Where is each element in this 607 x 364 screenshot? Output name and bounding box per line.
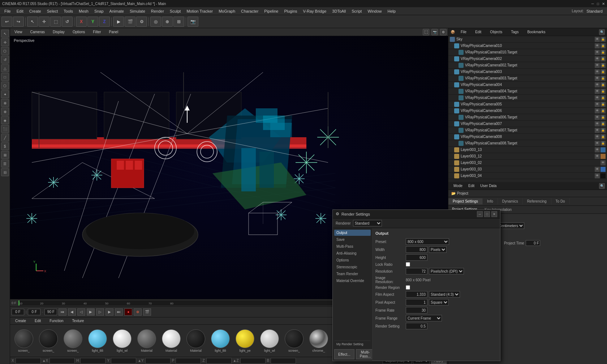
obj-row-cam005t[interactable]: VRayPhysicalCamera005.Target 👁 🔒 [448, 95, 607, 101]
obj-row-cam006[interactable]: VRayPhysicalCamera006 👁 🔒 [448, 108, 607, 114]
lock-ratio-checkbox[interactable] [406, 262, 410, 266]
obj-vis-layer13[interactable]: 👁 [595, 147, 600, 152]
obj-file-menu[interactable]: File [458, 29, 469, 35]
mat-texture-menu[interactable]: Texture [69, 318, 87, 324]
tab-referencing[interactable]: Referencing [523, 198, 551, 204]
obj-lock-cam003[interactable]: 🔒 [600, 69, 606, 74]
left-scale[interactable]: ⬡ [1, 47, 9, 55]
obj-row-cam003[interactable]: VRayPhysicalCamera003 👁 🔒 [448, 69, 607, 75]
psr-x-rot[interactable]: -1.016 ° [80, 358, 106, 364]
left-t2[interactable]: □ [1, 73, 9, 81]
menu-select[interactable]: Select [44, 8, 61, 14]
left-rotate[interactable]: ↺ [1, 56, 9, 64]
window-controls[interactable]: ─ □ ✕ [591, 2, 605, 6]
obj-lock-cam008t[interactable]: 🔒 [600, 141, 606, 146]
props-userdata-menu[interactable]: User Data [477, 183, 499, 188]
obj-lock-cam010[interactable]: 🔒 [600, 43, 606, 48]
obj-vis-cam004t[interactable]: 👁 [595, 89, 600, 94]
scale-tool[interactable]: ⬚ [50, 17, 61, 27]
yaxis-btn[interactable]: Y [87, 17, 98, 27]
renderer-select[interactable]: Standard Physical [353, 220, 382, 226]
obj-vis-layer04[interactable]: 👁 [595, 173, 600, 178]
obj-vis-cam005t[interactable]: 👁 [595, 95, 600, 100]
effect-btn[interactable]: Effect... [334, 349, 354, 359]
pixel-aspect-input[interactable] [406, 299, 427, 306]
obj-row-cam008t[interactable]: VRayPhysicalCamera008.Target 👁 🔒 [448, 140, 607, 147]
multi-pass-btn[interactable]: Multi-Pass... [356, 349, 373, 359]
obj-row-layer04[interactable]: Layer003_04 👁 [448, 173, 607, 179]
layout-select[interactable]: Standard [584, 8, 606, 14]
obj-row-layer12[interactable]: Layer003_12 👁 [448, 153, 607, 160]
viewport-solo[interactable]: ◎ [150, 17, 161, 27]
obj-lock-cam005[interactable]: 🔒 [600, 102, 606, 107]
psr-x-size[interactable]: 0 cm [49, 358, 75, 364]
obj-row-cam004t[interactable]: VRayPhysicalCamera004.Target 👁 🔒 [448, 88, 607, 95]
menu-character[interactable]: Character [238, 8, 261, 14]
next-key-btn[interactable]: ▶ [106, 308, 113, 316]
mat-function-menu[interactable]: Function [47, 318, 66, 324]
view-menu[interactable]: View [12, 29, 25, 35]
menu-help[interactable]: Help [385, 8, 399, 14]
obj-vis-cam008t[interactable]: 👁 [595, 141, 600, 146]
obj-vis-cam005[interactable]: 👁 [595, 102, 600, 107]
psr-z-rot[interactable]: 0.514 ° [271, 358, 296, 364]
obj-vis-cam002[interactable]: 👁 [595, 56, 600, 61]
rs-minimize[interactable]: ─ [477, 211, 483, 217]
undo-btn[interactable]: ↩ [1, 17, 12, 27]
frame-start-input[interactable] [28, 309, 40, 315]
menu-tools[interactable]: Tools [61, 8, 76, 14]
obj-row-cam007t[interactable]: VRayPhysicalCamera007.Target 👁 🔒 [448, 127, 607, 134]
obj-lock-cam004[interactable]: 🔒 [600, 82, 606, 87]
material-item-11[interactable]: screen_ [282, 329, 306, 352]
obj-lock-cam010t[interactable]: 🔒 [600, 50, 606, 55]
cameras-menu[interactable]: Cameras [27, 29, 48, 35]
obj-vis-cam007[interactable]: 👁 [595, 121, 600, 126]
obj-objects-menu[interactable]: Objects [487, 29, 505, 35]
material-item-12[interactable]: chrome_ [306, 329, 331, 352]
tab-dynamics[interactable]: Dynamics [498, 198, 523, 204]
options-menu[interactable]: Options [70, 29, 88, 35]
obj-row-cam006t[interactable]: VRayPhysicalCamera006.Target 👁 🔒 [448, 114, 607, 121]
play-btn[interactable]: ▶ [87, 308, 95, 316]
obj-lock-cam007t[interactable]: 🔒 [600, 128, 606, 133]
prev-key-btn[interactable]: ◀ [68, 308, 76, 316]
obj-vis-cam004[interactable]: 👁 [595, 82, 600, 87]
obj-lock-cam005t[interactable]: 🔒 [600, 95, 606, 100]
redo-btn[interactable]: ↪ [13, 17, 24, 27]
grid-btn[interactable]: ⊞ [173, 17, 184, 27]
left-t7[interactable]: ◈ [1, 116, 9, 124]
render-region-checkbox[interactable] [406, 285, 410, 290]
obj-row-cam008[interactable]: VRayPhysicalCamera008 👁 🔒 [448, 134, 607, 140]
film-aspect-input[interactable] [406, 291, 427, 298]
obj-vis-layer03[interactable]: 👁 [595, 167, 600, 172]
obj-col-layer03[interactable] [600, 167, 606, 172]
mat-edit-menu[interactable]: Edit [32, 318, 44, 324]
resolution-input[interactable] [406, 268, 427, 274]
obj-col-layer13[interactable] [600, 147, 606, 152]
obj-row-cam002[interactable]: VRayPhysicalCamera002 👁 🔒 [448, 56, 607, 62]
left-t3[interactable]: ⬡ [1, 82, 9, 90]
obj-tags-menu[interactable]: Tags [508, 29, 521, 35]
go-start-btn[interactable]: ⏮ [59, 308, 66, 316]
material-item-6[interactable]: Material [159, 329, 184, 352]
mat-create-menu[interactable]: Create [12, 318, 29, 324]
prev-frame-btn[interactable]: ◁ [77, 308, 85, 316]
menu-mograph[interactable]: MoGraph [216, 8, 238, 14]
display-menu[interactable]: Display [50, 29, 68, 35]
preset-select[interactable]: 800 x 600 1280 x 720 1920 x 1080 [406, 238, 449, 245]
tab-info[interactable]: Info [483, 198, 498, 204]
material-item-9[interactable]: light_ye [233, 329, 257, 352]
left-t13[interactable]: ⊟ [1, 168, 9, 176]
obj-lock-cam007[interactable]: 🔒 [600, 121, 606, 126]
left-t8[interactable]: ⬛ [1, 125, 9, 133]
render-settings-btn[interactable]: ⚙ [136, 17, 147, 27]
menu-edit[interactable]: Edit [14, 8, 26, 14]
menu-create[interactable]: Create [26, 8, 44, 14]
move-tool[interactable]: ✛ [39, 17, 49, 27]
obj-search[interactable]: 🔍 [599, 29, 605, 35]
snap-btn[interactable]: ⊕ [162, 17, 173, 27]
viewport-cam[interactable]: 📷 [431, 29, 438, 35]
obj-vis-cam007t[interactable]: 👁 [595, 128, 600, 133]
width-input[interactable] [406, 246, 427, 253]
left-t4[interactable]: ✦ [1, 90, 9, 98]
